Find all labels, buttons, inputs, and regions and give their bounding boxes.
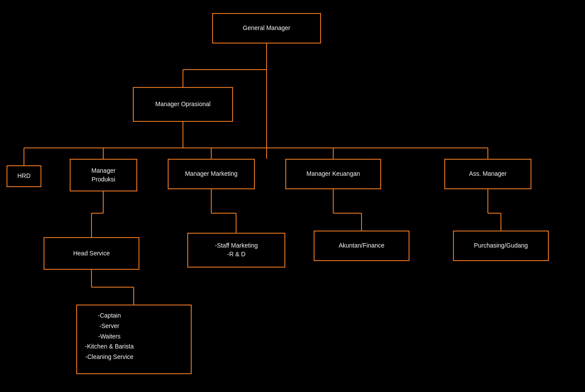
node-manager-keuangan: Manager Keuangan bbox=[285, 159, 381, 189]
node-staff-marketing: -Staff Marketing -R & D bbox=[187, 233, 285, 268]
node-general-manager: General Manager bbox=[212, 13, 321, 44]
org-chart: General Manager Manager Oprasional HRD M… bbox=[0, 0, 585, 392]
node-manager-marketing: Manager Marketing bbox=[168, 159, 255, 189]
node-akuntan-finance: Akuntan/Finance bbox=[314, 231, 409, 261]
node-ass-manager: Ass. Manager bbox=[444, 159, 531, 189]
node-purchasing-gudang: Purchasing/Gudang bbox=[453, 231, 549, 261]
node-head-service: Head Service bbox=[44, 237, 139, 270]
node-manager-produksi: Manager Produksi bbox=[70, 159, 137, 191]
node-manager-oprasional: Manager Oprasional bbox=[133, 87, 233, 122]
node-hrd: HRD bbox=[7, 165, 41, 187]
node-captain-etc: -Captain -Server -Waiters -Kitchen & Bar… bbox=[76, 305, 192, 374]
